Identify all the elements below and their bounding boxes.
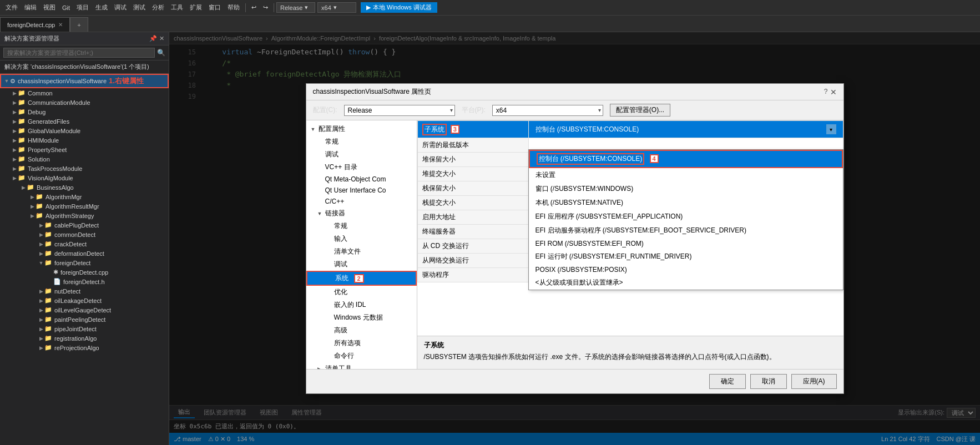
search-input[interactable] [3,48,155,58]
tree-qt-ui[interactable]: Qt User Interface Co [306,185,417,196]
dropdown-efi-rom[interactable]: EFI ROM (/SUBSYSTEM:EFI_ROM) [529,237,843,250]
tab-new[interactable]: + [70,17,88,32]
toolbar-view[interactable]: 视图 [40,2,59,13]
toolbar-file[interactable]: 文件 [2,2,21,13]
dropdown-native[interactable]: 本机 (/SUBSYSTEM:NATIVE) [529,196,843,210]
dropdown-console[interactable]: 控制台 (/SUBSYSTEM:CONSOLE) 4 [529,150,843,168]
debug-button[interactable]: ▶ 本地 Windows 调试器 [361,2,437,13]
toolbar-git[interactable]: Git [59,3,73,12]
toolbar-edit[interactable]: 编辑 [21,2,40,13]
tree-item-label: 调试 [334,260,347,269]
tree-cpp[interactable]: C/C++ [306,196,417,207]
prop-value-subsystem[interactable]: 控制台 (/SUBSYSTEM:CONSOLE) ▾ [528,121,843,138]
tree-linker-debug[interactable]: 调试 [306,258,417,271]
folder-icon: 📁 [44,297,52,304]
dropdown-unset[interactable]: 未设置 [529,168,843,182]
tree-item-comm[interactable]: ▶ 📁 CommunicationModule [0,98,169,107]
tree-linker[interactable]: ▼ 链接器 [306,207,417,220]
tree-item-algresult[interactable]: ▶ 📁 AlgorithmResultMgr [0,201,169,211]
tree-item-property[interactable]: ▶ 📁 PropertySheet [0,145,169,154]
platform-dropdown[interactable]: x64 [317,2,356,13]
config-mgr-button[interactable]: 配置管理器(O)... [610,104,670,117]
dropdown-inherit[interactable]: <从父级或项目默认设置继承> [529,276,843,290]
toolbar-undo[interactable]: ↩ [248,3,260,12]
toolbar-extensions[interactable]: 扩展 [186,2,205,13]
tree-item-vision[interactable]: ▶ 📁 VisionAlgModule [0,173,169,183]
tree-linker-input[interactable]: 输入 [306,232,417,245]
dialog-help-icon[interactable]: ? [824,88,828,97]
platform-select[interactable]: x64 [492,105,603,116]
tree-item-business[interactable]: ▶ 📁 BusinessAlgo [0,183,169,192]
dialog-close-button[interactable]: ✕ [830,88,837,97]
release-dropdown[interactable]: Release [276,2,315,13]
tree-linker-general[interactable]: 常规 [306,220,417,232]
tree-item-root[interactable]: ▼ ⚙ chassisInspectionVisualSoftware 1.右键… [0,74,169,88]
tree-vc-dirs[interactable]: VC++ 目录 [306,161,417,174]
tree-item-solution[interactable]: ▶ 📁 Solution [0,154,169,164]
tree-item-algmgr[interactable]: ▶ 📁 AlgorithmMgr [0,192,169,201]
tree-item-global[interactable]: ▶ 📁 GlobalValueModule [0,126,169,135]
tree-item-registration[interactable]: ▶ 📁 registrationAlgo [0,333,169,343]
tree-label: pipeJointDetect [54,326,97,332]
tree-item-oil[interactable]: ▶ 📁 oilLeakageDetect [0,296,169,305]
tree-linker-advanced[interactable]: 高级 [306,324,417,337]
tree-item-debug[interactable]: ▶ 📁 Debug [0,107,169,117]
dropdown-windows[interactable]: 窗口 (/SUBSYSTEM:WINDOWS) [529,182,843,196]
prop-subsystem-row[interactable]: 子系统 3 控制台 (/SUBSYSTEM:CONSOLE) ▾ [417,121,843,138]
tree-debug[interactable]: 调试 [306,148,417,161]
tree-item-foreign-h[interactable]: 📄 foreignDetect.h [0,277,169,286]
apply-button[interactable]: 应用(A) [791,374,837,389]
tree-manifest-tool[interactable]: ▶ 清单工具 [306,362,417,369]
tree-item-pipe[interactable]: ▶ 📁 pipeJointDetect [0,324,169,333]
dropdown-efi-boot[interactable]: EFI 启动服务驱动程序 (/SUBSYSTEM:EFI_BOOT_SERVIC… [529,224,843,237]
sidebar-title: 解决方案资源管理器 [4,34,59,43]
tree-linker-cmdline[interactable]: 命令行 [306,350,417,362]
dropdown-posix[interactable]: POSIX (/SUBSYSTEM:POSIX) [529,264,843,276]
cancel-button[interactable]: 取消 [750,374,787,389]
ok-button[interactable]: 确定 [709,374,746,389]
tree-item-reprojection[interactable]: ▶ 📁 reProjectionAlgo [0,343,169,352]
dropdown-efi-app[interactable]: EFI 应用程序 (/SUBSYSTEM:EFI_APPLICATION) [529,210,843,224]
tree-item-foreign-cpp[interactable]: ✱ foreignDetect.cpp [0,267,169,277]
toolbar-analyze[interactable]: 分析 [149,2,168,13]
toolbar-window[interactable]: 窗口 [205,2,224,13]
tree-linker-idl[interactable]: 嵌入的 IDL [306,299,417,311]
toolbar-test[interactable]: 测试 [130,2,149,13]
config-select[interactable]: Release [344,105,455,116]
sidebar-pin-icon[interactable]: 📌 [149,35,157,42]
tree-item-foreign[interactable]: ▼ 📁 foreignDetect [0,258,169,267]
toolbar-debug[interactable]: 调试 [111,2,130,13]
tab-close-icon[interactable]: ✕ [58,22,63,28]
tree-config-props[interactable]: ▼ 配置属性 [306,123,417,135]
tree-item-generated[interactable]: ▶ 📁 GeneratedFiles [0,117,169,126]
tree-item-cable[interactable]: ▶ 📁 cablePlugDetect [0,220,169,230]
tree-linker-all[interactable]: 所有选项 [306,337,417,350]
toolbar-redo[interactable]: ↪ [260,3,271,12]
tree-linker-system[interactable]: 系统 2 [306,271,417,286]
subsystem-dropdown-arrow[interactable]: ▾ [826,124,836,134]
tree-linker-manifest[interactable]: 清单文件 [306,245,417,258]
tree-item-algstrategy[interactable]: ▶ 📁 AlgorithmStrategy [0,211,169,220]
tree-item-task[interactable]: ▶ 📁 TaskProcessModule [0,164,169,173]
toolbar-build[interactable]: 生成 [92,2,111,13]
toolbar-help[interactable]: 帮助 [224,2,243,13]
tree-item-crack[interactable]: ▶ 📁 crackDetect [0,239,169,249]
tree-item-oillevel[interactable]: ▶ 📁 oilLevelGaugeDetect [0,305,169,315]
toolbar-tools[interactable]: 工具 [168,2,186,13]
sidebar-close-icon[interactable]: ✕ [159,35,164,42]
tree-linker-winmeta[interactable]: Windows 元数据 [306,311,417,324]
tree-qt-meta[interactable]: Qt Meta-Object Com [306,174,417,185]
tree-item-nut[interactable]: ▶ 📁 nutDetect [0,286,169,296]
tree-item-hmi[interactable]: ▶ 📁 HMIModule [0,135,169,145]
tree-linker-optimize[interactable]: 优化 [306,286,417,299]
tree-item-deform[interactable]: ▶ 📁 deformationDetect [0,249,169,258]
dropdown-efi-runtime[interactable]: EFI 运行时 (/SUBSYSTEM:EFI_RUNTIME_DRIVER) [529,250,843,264]
tree-label: TaskProcessModule [28,165,82,172]
folder-icon: 📁 [18,127,26,134]
tree-general[interactable]: 常规 [306,135,417,148]
toolbar-project[interactable]: 项目 [73,2,92,13]
tab-foreign-detect[interactable]: foreignDetect.cpp ✕ [0,17,70,32]
tree-item-common[interactable]: ▶ 📁 Common [0,88,169,98]
tree-item-common2[interactable]: ▶ 📁 commonDetect [0,230,169,239]
tree-item-paint[interactable]: ▶ 📁 paintPeelingDetect [0,315,169,324]
